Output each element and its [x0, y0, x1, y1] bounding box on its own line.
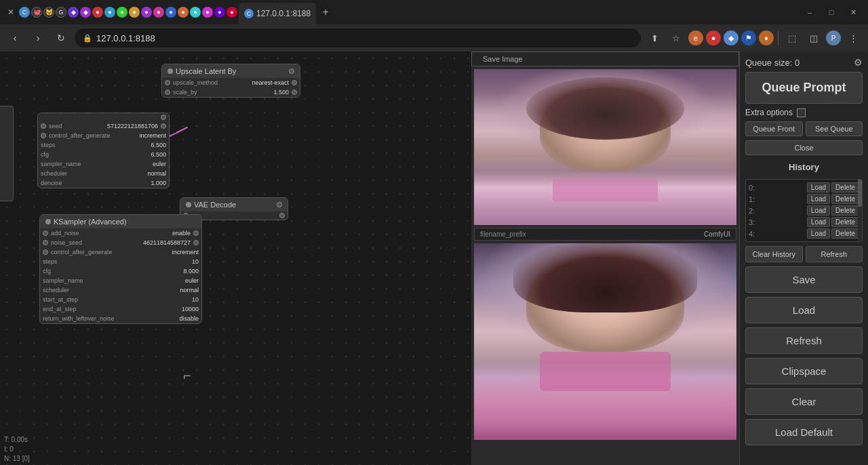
ksampler-title: KSampler (Advanced) [54, 218, 127, 226]
ksampler-node[interactable]: KSampler (Advanced) add_noise enable noi… [39, 214, 202, 324]
control-value: increment [113, 132, 166, 139]
share-icon[interactable]: ⬆ [645, 28, 664, 47]
bottom-image [474, 243, 736, 440]
settings-icon[interactable]: ⚙ [854, 57, 863, 68]
active-tab[interactable]: C 127.0.0.1:8188 [239, 3, 316, 24]
history-delete-button[interactable]: Delete [831, 217, 859, 227]
scrollbar-thumb[interactable] [858, 180, 862, 207]
cfg-label: cfg [41, 151, 81, 158]
extension-icon-1[interactable]: e [688, 31, 703, 45]
active-tab-label: 127.0.0.1:8188 [256, 9, 311, 18]
history-item: 0: Load Delete [749, 182, 859, 193]
tab-close[interactable]: ✕ [5, 7, 16, 18]
clipspace-button[interactable]: Clipspace [745, 358, 863, 384]
sidebar-button[interactable]: ◫ [804, 28, 823, 47]
extra-options-checkbox[interactable] [797, 108, 806, 117]
seed-node[interactable]: seed 571222121881706 control_after_gener… [37, 113, 170, 188]
vae-dot [186, 202, 191, 207]
history-load-button[interactable]: Load [807, 205, 830, 216]
queue-size-text: Queue size: 0 [745, 58, 800, 68]
partial-left-node: nodes [0, 106, 14, 201]
ks-start-val: 10 [86, 296, 199, 303]
status-time: T: 0.00s [4, 435, 30, 445]
queue-prompt-button[interactable]: Queue Prompt [745, 72, 863, 104]
extension-icon-4[interactable]: ⚑ [741, 31, 756, 45]
separator [778, 31, 778, 45]
history-delete-button[interactable]: Delete [831, 228, 859, 239]
history-load-button[interactable]: Load [807, 182, 830, 193]
history-item-buttons: Load Delete [807, 228, 859, 239]
steps-value: 6.500 [84, 142, 166, 148]
history-list: 0: Load Delete 1: Load Delete 2: Load De… [745, 179, 863, 242]
profile-avatar[interactable]: P [826, 31, 841, 45]
refresh-button[interactable]: Refresh [745, 327, 863, 354]
tab-bar: ✕ C 🐙 🐱 G ◆ ◆ ● ● ● ● ● ● ● ● ● ● ● ● C … [0, 0, 868, 24]
window-controls: – □ ✕ [800, 5, 863, 19]
history-delete-button[interactable]: Delete [831, 182, 859, 193]
back-button[interactable]: ‹ [5, 28, 24, 47]
extensions-button[interactable]: ⬚ [783, 28, 802, 47]
ks-return-val: disable [117, 315, 199, 322]
menu-button[interactable]: ⋮ [844, 28, 863, 47]
favicon-8: ● [104, 7, 115, 18]
vae-right [279, 213, 285, 218]
history-load-button[interactable]: Load [807, 194, 830, 204]
maximize-button[interactable]: □ [822, 5, 841, 19]
save-image-node: Save Image [471, 52, 739, 66]
refresh-history-button[interactable]: Refresh [806, 246, 863, 262]
minimize-button[interactable]: – [800, 5, 819, 19]
clear-button[interactable]: Clear [745, 388, 863, 415]
history-delete-button[interactable]: Delete [831, 194, 859, 204]
history-load-button[interactable]: Load [807, 217, 830, 227]
favicon-4: G [56, 7, 66, 18]
see-queue-button[interactable]: See Queue [806, 121, 863, 136]
upscale-method-connector [165, 80, 170, 85]
steps-label: steps [41, 142, 81, 148]
scrollbar-track[interactable] [858, 180, 862, 241]
toolbar-icons: ⬆ ☆ e ● ◆ ⚑ ♦ ⬚ ◫ P ⋮ [645, 28, 863, 47]
history-delete-button[interactable]: Delete [831, 205, 859, 216]
extension-icon-5[interactable]: ♦ [759, 31, 774, 45]
cfg-value: 6.500 [84, 151, 166, 158]
ks-sched-label: scheduler [43, 287, 83, 294]
load-button[interactable]: Load [745, 297, 863, 323]
load-default-button[interactable]: Load Default [745, 419, 863, 445]
forward-button[interactable]: › [28, 28, 47, 47]
ks-noise-seed-out [193, 240, 199, 245]
node-editor[interactable]: nodes seed 571222121881706 control_after… [0, 52, 739, 465]
close-window-button[interactable]: ✕ [844, 5, 863, 19]
queue-front-button[interactable]: Queue Front [745, 121, 803, 136]
favicon-5: ◆ [68, 7, 79, 18]
history-load-button[interactable]: Load [807, 228, 830, 239]
upscale-node[interactable]: Upscale Latent By upscale_method nearest… [161, 64, 300, 98]
extension-icon-3[interactable]: ◆ [724, 31, 738, 45]
queue-size-row: Queue size: 0 ⚙ [745, 57, 863, 68]
extension-icon-2[interactable]: ● [706, 31, 721, 45]
favicon-16: ● [202, 7, 213, 18]
clear-history-button[interactable]: Clear History [745, 246, 803, 262]
ks-sched-val: normal [86, 287, 199, 294]
browser-chrome: ✕ C 🐙 🐱 G ◆ ◆ ● ● ● ● ● ● ● ● ● ● ● ● C … [0, 0, 868, 52]
status-bar: T: 0.00s I: 0 N: 13 [0] [0, 434, 34, 465]
upscale-out-connector [289, 68, 294, 74]
main-area: nodes seed 571222121881706 control_after… [0, 52, 868, 465]
scheduler-value: normal [84, 170, 166, 177]
save-button[interactable]: Save [745, 266, 863, 293]
favicon-14: ● [178, 7, 189, 18]
filename-value: ComfyUI [704, 230, 730, 238]
scale-by-out [292, 89, 297, 95]
ks-end-val: 10000 [86, 306, 199, 312]
bookmark-icon[interactable]: ☆ [667, 28, 686, 47]
vae-title: VAE Decode [194, 201, 236, 209]
new-tab-button[interactable]: + [317, 4, 334, 20]
address-box[interactable]: 🔒 127.0.0.1:8188 [75, 28, 641, 47]
history-item: 4: Load Delete [749, 228, 859, 239]
active-tab-favicon: C [244, 9, 254, 18]
ks-add-noise-out [193, 230, 199, 236]
images-display-area[interactable]: Save Image filename_prefix ComfyUI [471, 52, 739, 465]
history-action-row: Clear History Refresh [745, 246, 863, 262]
bottom-image-container [471, 241, 739, 443]
history-item: 2: Load Delete [749, 205, 859, 216]
reload-button[interactable]: ↻ [52, 28, 71, 47]
close-button[interactable]: Close [745, 140, 863, 155]
